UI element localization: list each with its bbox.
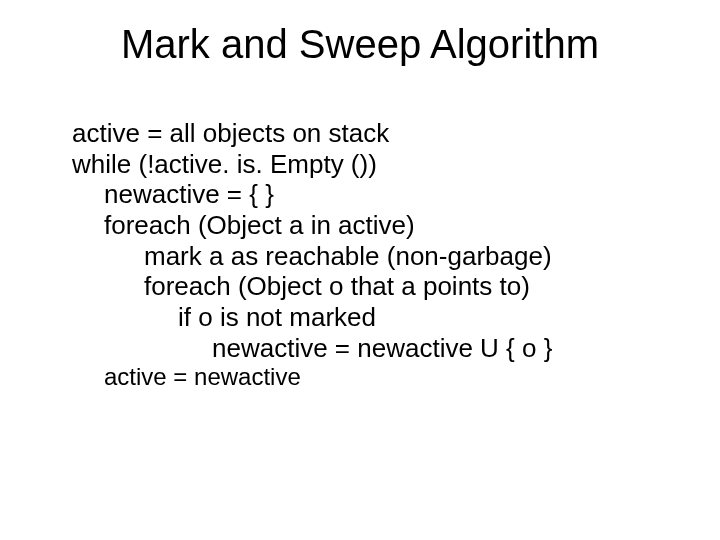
slide: Mark and Sweep Algorithm active = all ob… bbox=[0, 0, 720, 540]
code-line: while (!active. is. Empty ()) bbox=[72, 149, 670, 180]
code-line: newactive = { } bbox=[72, 179, 670, 210]
code-line: foreach (Object a in active) bbox=[72, 210, 670, 241]
code-line: mark a as reachable (non-garbage) bbox=[72, 241, 670, 272]
slide-title: Mark and Sweep Algorithm bbox=[0, 22, 720, 67]
code-line: active = all objects on stack bbox=[72, 118, 670, 149]
code-line: active = newactive bbox=[72, 363, 670, 391]
code-line: newactive = newactive U { o } bbox=[72, 333, 670, 364]
code-line: if o is not marked bbox=[72, 302, 670, 333]
code-line: foreach (Object o that a points to) bbox=[72, 271, 670, 302]
slide-body: active = all objects on stack while (!ac… bbox=[72, 118, 670, 392]
